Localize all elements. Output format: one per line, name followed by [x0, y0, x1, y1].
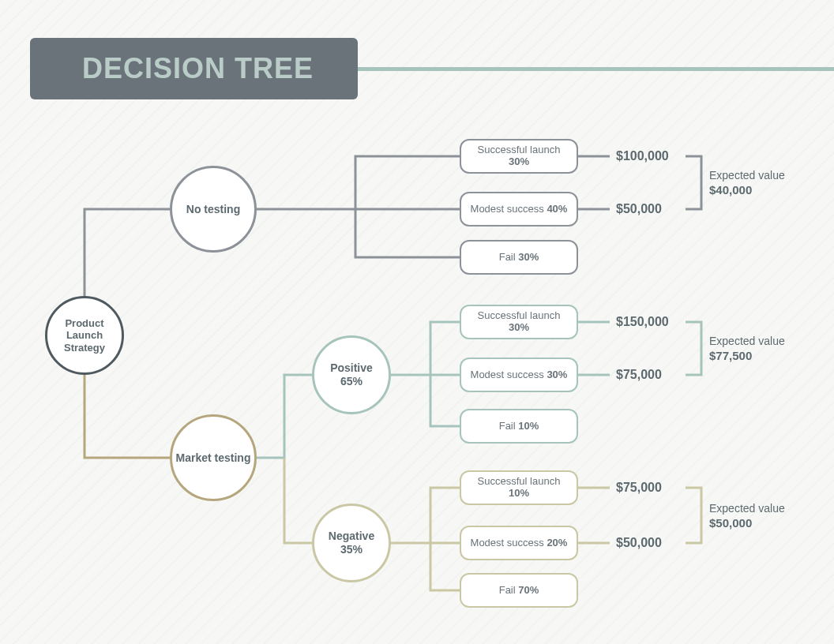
- nt-ev-value: $40,000: [709, 183, 785, 198]
- nt-fail-label: Fail: [499, 251, 516, 263]
- node-root-label: Product Launch Strategy: [47, 317, 122, 354]
- pill-neg-success: Successful launch 10%: [460, 470, 578, 505]
- pos-fail-pct: 10%: [518, 420, 539, 432]
- neg-success-label: Successful launch: [478, 475, 561, 487]
- pos-success-pct: 30%: [509, 321, 529, 333]
- nt-modest-label: Modest success: [471, 203, 544, 215]
- pos-fail-label: Fail: [499, 420, 516, 432]
- node-no-testing: No testing: [170, 166, 257, 253]
- nt-success-value: $100,000: [616, 149, 669, 163]
- nt-modest-pct: 40%: [547, 203, 567, 215]
- negative-pct: 35%: [329, 543, 374, 556]
- positive-label: Positive: [330, 361, 373, 375]
- pill-pos-fail: Fail 10%: [460, 409, 578, 444]
- pill-pos-success: Successful launch 30%: [460, 305, 578, 339]
- pill-nt-success: Successful launch 30%: [460, 139, 578, 174]
- node-positive: Positive 65%: [312, 335, 391, 414]
- neg-success-pct: 10%: [509, 487, 529, 499]
- nt-modest-value: $50,000: [616, 202, 662, 216]
- pos-success-value: $150,000: [616, 315, 669, 329]
- neg-modest-value: $50,000: [616, 536, 662, 550]
- pos-modest-pct: 30%: [547, 369, 567, 380]
- node-root: Product Launch Strategy: [45, 296, 124, 375]
- neg-ev-label: Expected value: [709, 502, 785, 516]
- negative-label: Negative: [329, 530, 374, 543]
- nt-expected: Expected value $40,000: [709, 169, 785, 197]
- neg-expected: Expected value $50,000: [709, 502, 785, 530]
- positive-pct: 65%: [330, 375, 373, 388]
- pos-expected: Expected value $77,500: [709, 335, 785, 363]
- pos-modest-value: $75,000: [616, 368, 662, 382]
- market-testing-label: Market testing: [176, 451, 251, 465]
- pill-neg-fail: Fail 70%: [460, 573, 578, 608]
- connectors: [0, 0, 834, 644]
- pos-ev-value: $77,500: [709, 349, 785, 364]
- neg-ev-value: $50,000: [709, 516, 785, 531]
- pill-nt-fail: Fail 30%: [460, 240, 578, 275]
- neg-modest-label: Modest success: [471, 537, 544, 549]
- pill-nt-modest: Modest success 40%: [460, 192, 578, 227]
- neg-success-value: $75,000: [616, 481, 662, 495]
- neg-fail-pct: 70%: [518, 584, 539, 596]
- neg-fail-label: Fail: [499, 584, 516, 596]
- pos-ev-label: Expected value: [709, 335, 785, 349]
- pill-neg-modest: Modest success 20%: [460, 526, 578, 560]
- node-market-testing: Market testing: [170, 414, 257, 501]
- neg-modest-pct: 20%: [547, 537, 567, 549]
- pos-success-label: Successful launch: [478, 309, 561, 321]
- no-testing-label: No testing: [186, 203, 240, 216]
- pos-modest-label: Modest success: [471, 369, 544, 380]
- node-negative: Negative 35%: [312, 504, 391, 582]
- nt-fail-pct: 30%: [518, 251, 539, 263]
- pill-pos-modest: Modest success 30%: [460, 358, 578, 392]
- nt-success-label: Successful launch: [478, 144, 561, 155]
- nt-ev-label: Expected value: [709, 169, 785, 183]
- nt-success-pct: 30%: [509, 155, 529, 167]
